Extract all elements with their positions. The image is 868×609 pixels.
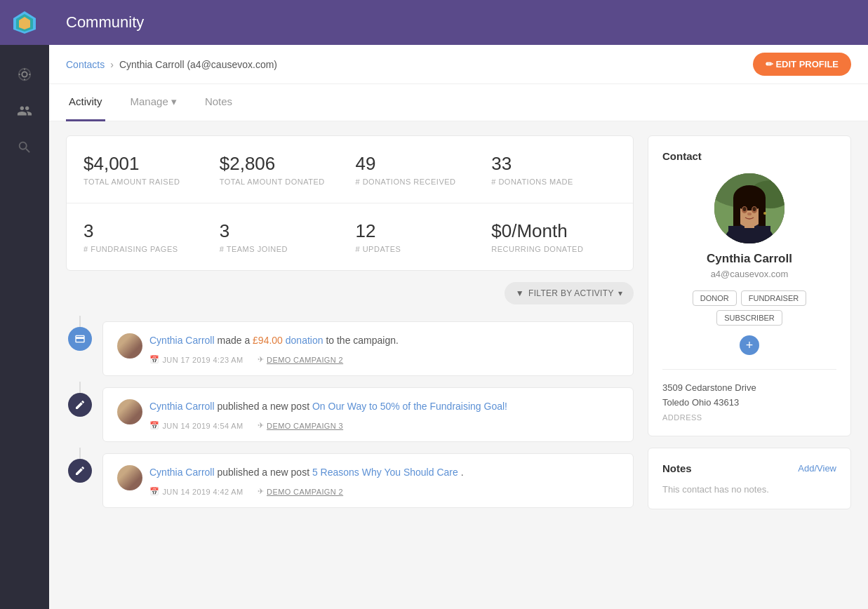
campaign-icon-2: ✈ <box>258 421 264 430</box>
sidebar <box>0 0 49 609</box>
app-logo[interactable] <box>0 0 49 45</box>
contact-name: Cynthia Carroll <box>662 252 836 266</box>
tab-activity[interactable]: Activity <box>66 84 105 121</box>
stats-row-1: $4,001 TOTAL AMOUNT RAISED $2,806 TOTAL … <box>67 136 633 203</box>
timeline-col-2 <box>66 382 94 417</box>
activity-text-1: Cynthia Carroll made a £94.00 donation t… <box>149 333 619 348</box>
contact-section-title: Contact <box>662 150 836 162</box>
contact-card: Contact <box>648 135 851 436</box>
stat-value-raised: $4,001 <box>84 153 208 175</box>
breadcrumb-bar: Contacts › Cynthia Carroll (a4@causevox.… <box>49 45 868 84</box>
calendar-icon-1: 📅 <box>149 355 159 364</box>
activity-user-link-2[interactable]: Cynthia Carroll <box>149 401 215 412</box>
activity-avatar-3 <box>117 465 142 490</box>
notes-add-view-link[interactable]: Add/View <box>798 463 836 474</box>
activity-user-link-1[interactable]: Cynthia Carroll <box>149 335 215 346</box>
activity-text-2: Cynthia Carroll published a new post On … <box>149 399 619 414</box>
activity-post-link-3[interactable]: 5 Reasons Why You Should Care <box>312 467 458 478</box>
timeline-icon-post-3 <box>68 459 92 483</box>
contact-avatar <box>714 173 784 243</box>
notes-card: Notes Add/View This contact has no notes… <box>648 448 851 509</box>
activity-meta-1: 📅 JUN 17 2019 4:23 AM ✈ DEMO CAMPAIGN 2 <box>149 355 619 364</box>
stat-teams-joined: 3 # TEAMS JOINED <box>220 220 345 253</box>
svg-rect-15 <box>733 198 740 226</box>
contact-address: 3509 Cedarstone Drive Toledo Ohio 43613 … <box>662 369 836 422</box>
activity-meta-3: 📅 JUN 14 2019 4:42 AM ✈ DEMO CAMPAIGN 2 <box>149 487 619 496</box>
activity-meta-2: 📅 JUN 14 2019 4:54 AM ✈ DEMO CAMPAIGN 3 <box>149 421 619 430</box>
activity-card-1: Cynthia Carroll made a £94.00 donation t… <box>102 321 634 376</box>
activity-item-3: Cynthia Carroll published a new post 5 R… <box>66 448 634 514</box>
activity-content-row-3: Cynthia Carroll published a new post 5 R… <box>117 465 619 496</box>
tag-donor[interactable]: DONOR <box>693 290 737 306</box>
stat-value-teams: 3 <box>220 220 345 242</box>
breadcrumb-current: Cynthia Carroll (a4@causevox.com) <box>119 59 277 70</box>
sidebar-item-campaigns[interactable] <box>9 132 40 163</box>
breadcrumb: Contacts › Cynthia Carroll (a4@causevox.… <box>66 59 277 70</box>
timeline-col-3 <box>66 448 94 483</box>
svg-point-20 <box>753 207 756 211</box>
svg-point-4 <box>19 69 31 81</box>
activity-date-3: 📅 JUN 14 2019 4:42 AM <box>149 487 243 496</box>
sidebar-item-contacts[interactable] <box>9 95 40 126</box>
stat-value-updates: 12 <box>356 220 481 242</box>
stat-label-made: # DONATIONS MADE <box>491 178 616 186</box>
activity-amount-1: £94.00 <box>253 335 283 346</box>
left-column: $4,001 TOTAL AMOUNT RAISED $2,806 TOTAL … <box>66 135 634 595</box>
filter-by-activity-button[interactable]: ▼ FILTER BY ACTIVITY ▾ <box>505 282 634 304</box>
timeline-icon-post-2 <box>68 393 92 417</box>
activity-text-post-1: to the campaign. <box>326 335 399 346</box>
tag-fundraiser[interactable]: FUNDRAISER <box>741 290 807 306</box>
tab-notes[interactable]: Notes <box>202 84 235 121</box>
activity-action-link-1[interactable]: donation <box>286 335 323 346</box>
notes-empty-text: This contact has no notes. <box>662 484 836 495</box>
contact-avatar-wrap <box>662 173 836 243</box>
stat-recurring: $0/Month RECURRING DONATED <box>491 220 616 253</box>
add-tag-wrap: + <box>662 333 836 358</box>
activity-item: Cynthia Carroll made a £94.00 donation t… <box>66 316 634 382</box>
stat-updates: 12 # UPDATES <box>356 220 481 253</box>
activity-post-link-2[interactable]: On Our Way to 50% of the Fundraising Goa… <box>312 401 507 412</box>
right-column: Contact <box>648 135 851 595</box>
svg-rect-11 <box>728 226 770 243</box>
contact-tags: DONOR FUNDRAISER SUBSCRIBER <box>662 290 836 326</box>
notes-title: Notes <box>662 462 692 474</box>
stat-label-received: # DONATIONS RECEIVED <box>356 178 481 186</box>
contacts-breadcrumb-link[interactable]: Contacts <box>66 59 105 70</box>
activity-card-2: Cynthia Carroll published a new post On … <box>102 387 634 442</box>
filter-bar: ▼ FILTER BY ACTIVITY ▾ <box>66 282 634 304</box>
breadcrumb-separator: › <box>110 59 114 70</box>
activity-user-link-3[interactable]: Cynthia Carroll <box>149 467 215 478</box>
activity-text-post-3: . <box>461 467 464 478</box>
stat-label-updates: # UPDATES <box>356 245 481 253</box>
main-wrapper: Community Contacts › Cynthia Carroll (a4… <box>49 0 868 609</box>
stat-label-donated: TOTAL AMOUNT DONATED <box>220 178 345 186</box>
svg-rect-16 <box>759 198 766 226</box>
filter-label: FILTER BY ACTIVITY <box>528 288 614 298</box>
filter-icon: ▼ <box>516 288 524 298</box>
activity-card-3: Cynthia Carroll published a new post 5 R… <box>102 453 634 508</box>
edit-profile-button[interactable]: ✏ EDIT PROFILE <box>753 53 851 76</box>
sidebar-item-dashboard[interactable] <box>9 59 40 90</box>
calendar-icon-2: 📅 <box>149 421 159 430</box>
campaign-link-2[interactable]: DEMO CAMPAIGN 3 <box>267 422 343 430</box>
timeline-col <box>66 316 94 351</box>
activity-campaign-2: ✈ DEMO CAMPAIGN 3 <box>258 421 344 430</box>
stat-value-recurring: $0/Month <box>491 220 616 242</box>
tag-subscriber[interactable]: SUBSCRIBER <box>716 310 782 326</box>
svg-point-21 <box>747 213 752 215</box>
tab-manage[interactable]: Manage ▾ <box>128 84 180 121</box>
stats-row-2: 3 # FUNDRAISING PAGES 3 # TEAMS JOINED 1… <box>67 203 633 270</box>
stat-value-pages: 3 <box>84 220 208 242</box>
tabs-bar: Activity Manage ▾ Notes <box>49 84 868 121</box>
campaign-link-1[interactable]: DEMO CAMPAIGN 2 <box>267 356 343 364</box>
activity-item-2: Cynthia Carroll published a new post On … <box>66 382 634 448</box>
campaign-link-3[interactable]: DEMO CAMPAIGN 2 <box>267 488 343 496</box>
activity-avatar-2 <box>117 399 142 424</box>
stat-value-received: 49 <box>356 153 481 175</box>
address-label: ADDRESS <box>662 413 836 422</box>
timeline-icon-donation <box>68 327 92 351</box>
activity-date-1: 📅 JUN 17 2019 4:23 AM <box>149 355 243 364</box>
sidebar-nav <box>0 45 49 163</box>
stat-total-donated: $2,806 TOTAL AMOUNT DONATED <box>220 153 345 186</box>
add-tag-button[interactable]: + <box>740 335 759 355</box>
